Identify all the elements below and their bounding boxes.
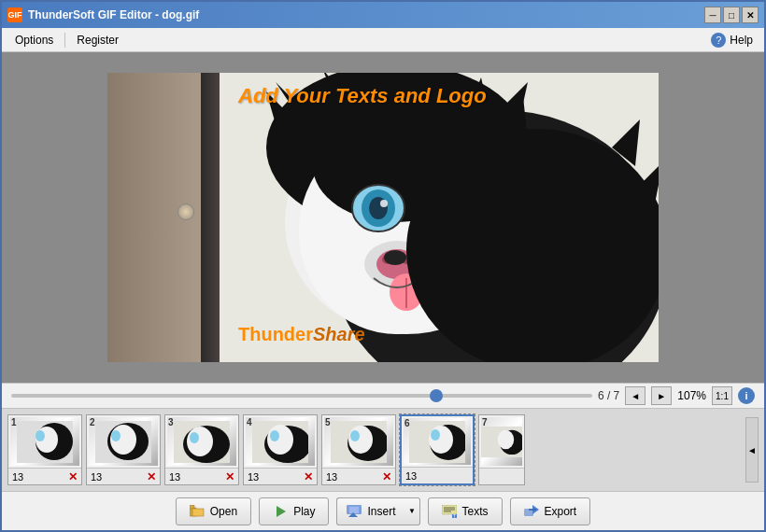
svg-point-40 xyxy=(111,430,121,441)
thunder-text: Thunder xyxy=(238,324,313,344)
insert-icon xyxy=(347,504,362,519)
close-button[interactable]: ✕ xyxy=(742,7,759,23)
frame-1[interactable]: 1 13 ✕ xyxy=(7,414,82,485)
share-text: Share xyxy=(313,324,365,344)
help-button[interactable]: ? Help xyxy=(703,30,760,50)
svg-rect-65 xyxy=(349,507,359,513)
frame-4-num: 4 xyxy=(247,417,252,427)
frame-5-num: 5 xyxy=(325,417,331,427)
frame-4-footer: 13 ✕ xyxy=(244,468,317,484)
insert-dropdown-button[interactable]: ▼ xyxy=(405,497,420,525)
frame-6-num: 6 xyxy=(404,418,410,428)
frame-4-img xyxy=(246,417,315,466)
seek-bar[interactable] xyxy=(11,394,592,398)
gif-preview: Add Your Texts and Logo ThunderShare xyxy=(107,73,659,362)
frame-2-img xyxy=(89,417,158,466)
frame-5-img xyxy=(324,417,393,466)
main-window: GIF ThunderSoft GIF Editor - dog.gif ─ □… xyxy=(0,0,766,532)
playback-bar: 6 / 7 ◄ ► 107% 1:1 i xyxy=(2,383,764,409)
frame-3-duration: 13 xyxy=(169,471,180,483)
watermark-top-text: Add Your Texts and Logo xyxy=(238,84,487,108)
texts-button[interactable]: T Texts xyxy=(428,497,503,525)
frame-6-footer: 13 xyxy=(402,467,473,483)
export-button[interactable]: Export xyxy=(510,497,591,525)
svg-point-44 xyxy=(190,432,199,443)
svg-point-48 xyxy=(270,430,279,441)
frame-4[interactable]: 4 13 ✕ xyxy=(243,414,318,485)
frame-1-delete[interactable]: ✕ xyxy=(68,470,78,483)
frame-7[interactable]: 7 xyxy=(478,414,525,485)
frame-5-footer: 13 ✕ xyxy=(322,468,395,484)
open-icon xyxy=(190,504,205,519)
menu-options[interactable]: Options xyxy=(6,31,63,49)
svg-point-36 xyxy=(35,430,45,441)
frame-3-img xyxy=(167,417,236,466)
frame-1-footer: 13 ✕ xyxy=(8,468,81,484)
frame-1-img xyxy=(10,417,79,466)
frame-2-footer: 13 ✕ xyxy=(87,468,160,484)
frame-1-duration: 13 xyxy=(12,471,23,483)
svg-marker-63 xyxy=(277,506,286,517)
svg-point-43 xyxy=(187,427,213,456)
texts-label: Texts xyxy=(462,505,489,518)
play-button[interactable]: Play xyxy=(259,497,329,525)
frame-4-duration: 13 xyxy=(248,471,259,483)
seek-thumb[interactable] xyxy=(430,389,443,402)
frame-counter: 6 / 7 xyxy=(598,389,619,402)
svg-point-32 xyxy=(384,250,406,265)
svg-point-47 xyxy=(267,425,293,455)
export-icon xyxy=(524,504,539,519)
info-button[interactable]: i xyxy=(738,387,755,404)
svg-point-52 xyxy=(350,430,360,441)
frame-7-num: 7 xyxy=(482,417,488,427)
frame-2-delete[interactable]: ✕ xyxy=(147,470,156,483)
frame-3-num: 3 xyxy=(168,417,174,427)
insert-split-button: Insert ▼ xyxy=(336,497,419,525)
main-area: Add Your Texts and Logo ThunderShare 6 /… xyxy=(2,52,764,491)
next-frame-button[interactable]: ► xyxy=(651,386,672,405)
menu-register[interactable]: Register xyxy=(67,31,128,49)
play-label: Play xyxy=(293,505,315,518)
zoom-level: 107% xyxy=(677,389,706,402)
svg-text:T: T xyxy=(453,513,456,518)
help-label: Help xyxy=(730,34,753,47)
frame-6-img xyxy=(404,418,471,465)
maximize-button[interactable]: □ xyxy=(723,7,740,23)
frame-1-num: 1 xyxy=(11,417,17,427)
svg-rect-62 xyxy=(192,509,204,516)
insert-label: Insert xyxy=(367,505,395,518)
frames-panel: 1 13 ✕ 2 xyxy=(2,409,764,491)
svg-point-59 xyxy=(498,429,515,449)
frame-4-delete[interactable]: ✕ xyxy=(304,470,313,483)
frame-2[interactable]: 2 13 ✕ xyxy=(86,414,161,485)
minimize-button[interactable]: ─ xyxy=(704,7,721,23)
frame-6[interactable]: 6 13 xyxy=(400,414,475,485)
export-label: Export xyxy=(545,505,577,518)
ratio-button[interactable]: 1:1 xyxy=(712,386,732,405)
svg-rect-61 xyxy=(190,505,194,509)
help-icon: ? xyxy=(711,33,726,48)
frame-5-duration: 13 xyxy=(326,471,337,483)
frame-2-duration: 13 xyxy=(91,471,102,483)
frame-3[interactable]: 3 13 ✕ xyxy=(164,414,239,485)
frame-5[interactable]: 5 13 ✕ xyxy=(321,414,396,485)
scroll-left-arrow[interactable]: ◄ xyxy=(745,417,759,483)
title-bar: GIF ThunderSoft GIF Editor - dog.gif ─ □… xyxy=(2,2,764,28)
menu-bar: Options Register ? Help xyxy=(2,28,764,52)
prev-frame-button[interactable]: ◄ xyxy=(625,386,645,405)
texts-icon: T xyxy=(442,504,457,519)
bottom-toolbar: Open Play Insert xyxy=(2,491,764,530)
window-title: ThunderSoft GIF Editor - dog.gif xyxy=(28,8,704,21)
frame-3-delete[interactable]: ✕ xyxy=(225,470,234,483)
menu-separator xyxy=(64,33,65,48)
frame-2-num: 2 xyxy=(90,417,95,427)
window-controls: ─ □ ✕ xyxy=(704,7,759,23)
svg-point-56 xyxy=(431,429,440,441)
open-button[interactable]: Open xyxy=(176,497,251,525)
frame-7-footer xyxy=(479,468,524,484)
open-label: Open xyxy=(210,505,237,518)
insert-button[interactable]: Insert xyxy=(336,497,404,525)
canvas-area: Add Your Texts and Logo ThunderShare xyxy=(2,52,764,383)
frame-5-delete[interactable]: ✕ xyxy=(382,470,391,483)
play-icon xyxy=(273,504,288,519)
